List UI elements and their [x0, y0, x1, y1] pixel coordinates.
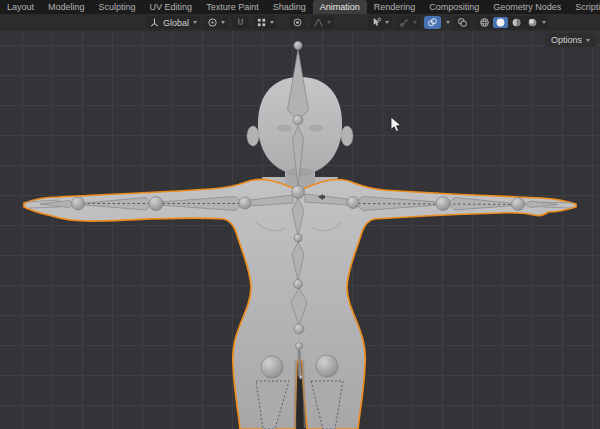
- 3d-viewport[interactable]: Options: [0, 31, 600, 429]
- snap-toggle-button[interactable]: [232, 16, 249, 29]
- shading-rendered-button[interactable]: [525, 17, 540, 28]
- wireframe-sphere-icon: [479, 17, 490, 28]
- orientation-icon: [149, 17, 160, 28]
- tab-modeling[interactable]: Modeling: [41, 0, 92, 14]
- snap-target-dropdown[interactable]: [253, 16, 277, 29]
- tab-geometry-nodes[interactable]: Geometry Nodes: [486, 0, 568, 14]
- options-dropdown[interactable]: Options: [545, 33, 596, 47]
- shading-material-button[interactable]: [509, 17, 524, 28]
- falloff-curve-icon: [313, 17, 324, 28]
- viewport-shading-group: [475, 16, 548, 29]
- shading-wireframe-button[interactable]: [477, 17, 492, 28]
- tab-compositing[interactable]: Compositing: [422, 0, 486, 14]
- chevron-down-icon: [586, 39, 590, 42]
- tab-sculpting[interactable]: Sculpting: [92, 0, 143, 14]
- tab-layout[interactable]: Layout: [0, 0, 41, 14]
- pivot-point-dropdown[interactable]: [204, 16, 228, 29]
- chevron-down-icon: [413, 21, 417, 24]
- display-tools-cluster: [368, 16, 548, 29]
- transform-orientation-dropdown[interactable]: Global: [146, 16, 200, 29]
- gizmo-icon: [399, 17, 410, 28]
- tab-rendering[interactable]: Rendering: [367, 0, 423, 14]
- tab-uv-editing[interactable]: UV Editing: [143, 0, 200, 14]
- options-label: Options: [551, 35, 582, 45]
- tab-scripting[interactable]: Scripting: [568, 0, 600, 14]
- proportional-editing-toggle[interactable]: [289, 16, 306, 29]
- overlays-icon: [427, 17, 438, 28]
- transform-tools-cluster: Global: [146, 16, 334, 29]
- chevron-down-icon: [327, 21, 331, 24]
- snap-increment-icon: [256, 17, 267, 28]
- viewport-header: Global: [0, 14, 600, 31]
- overlays-chevron-icon[interactable]: [446, 21, 450, 24]
- xray-icon: [457, 17, 468, 28]
- falloff-dropdown[interactable]: [310, 16, 334, 29]
- solid-sphere-icon: [495, 17, 506, 28]
- pivot-point-icon: [207, 17, 218, 28]
- magnet-icon: [235, 17, 246, 28]
- shading-options-chevron-icon[interactable]: [542, 21, 546, 24]
- shading-solid-button[interactable]: [493, 17, 508, 28]
- chevron-down-icon: [270, 21, 274, 24]
- gizmos-dropdown[interactable]: [396, 16, 420, 29]
- blender-window: Layout Modeling Sculpting UV Editing Tex…: [0, 0, 600, 429]
- proportional-editing-icon: [292, 17, 303, 28]
- chevron-down-icon: [193, 21, 197, 24]
- visibility-filter-icon: [371, 17, 382, 28]
- workspace-tabbar: Layout Modeling Sculpting UV Editing Tex…: [0, 0, 600, 14]
- rendered-sphere-icon: [527, 17, 538, 28]
- xray-toggle[interactable]: [454, 16, 471, 29]
- overlays-toggle[interactable]: [424, 16, 441, 29]
- tab-shading[interactable]: Shading: [266, 0, 313, 14]
- chevron-down-icon: [385, 21, 389, 24]
- material-sphere-icon: [511, 17, 522, 28]
- tab-texture-paint[interactable]: Texture Paint: [199, 0, 266, 14]
- chevron-down-icon: [221, 21, 225, 24]
- object-type-visibility-dropdown[interactable]: [368, 16, 392, 29]
- tab-animation[interactable]: Animation: [313, 0, 367, 14]
- scene-render: [0, 31, 600, 429]
- orientation-label: Global: [162, 18, 190, 28]
